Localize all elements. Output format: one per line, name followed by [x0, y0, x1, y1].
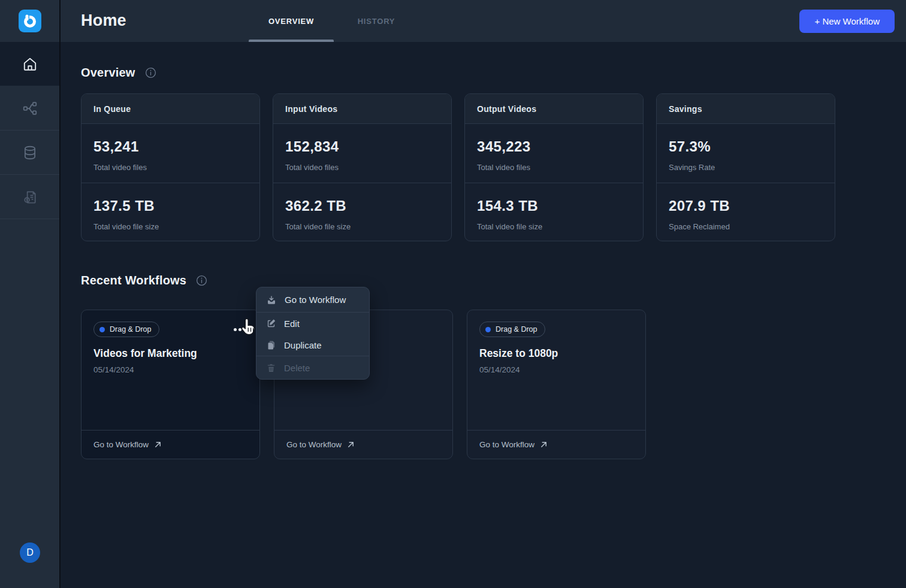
- menu-item-go-to-workflow[interactable]: Go to Workflow: [256, 287, 369, 312]
- menu-item-label: Edit: [284, 319, 300, 329]
- sidebar-item-home[interactable]: [0, 42, 59, 86]
- workflow-type-badge: Drag & Drop: [479, 322, 545, 337]
- stat-value: 152,834: [285, 138, 439, 155]
- workflow-type-badge: Drag & Drop: [93, 322, 159, 337]
- workflow-nodes-icon: [22, 101, 38, 116]
- sidebar-item-workflows[interactable]: [0, 86, 59, 131]
- recent-workflows-heading: Recent Workflows: [81, 274, 186, 287]
- badge-label: Drag & Drop: [110, 325, 151, 334]
- workflow-date: 05/14/2024: [479, 365, 633, 374]
- stat-card-title: In Queue: [81, 94, 259, 124]
- arrow-up-right-icon: [347, 441, 355, 448]
- overview-section-header: Overview: [81, 66, 906, 80]
- stat-label: Total video files: [477, 163, 631, 172]
- stat-label: Total video file size: [285, 222, 439, 231]
- go-to-workflow-link[interactable]: Go to Workflow: [467, 430, 645, 459]
- stat-value: 57.3%: [669, 138, 823, 155]
- go-to-workflow-link[interactable]: Go to Workflow: [274, 430, 452, 459]
- overview-heading: Overview: [81, 66, 135, 80]
- info-icon[interactable]: [196, 275, 207, 286]
- edit-pencil-icon: [266, 319, 276, 329]
- stat-label: Space Reclaimed: [669, 222, 823, 231]
- tray-arrow-icon: [266, 295, 277, 305]
- avatar[interactable]: D: [20, 542, 40, 563]
- badge-label: Drag & Drop: [496, 325, 537, 334]
- stat-label: Total video files: [93, 163, 247, 172]
- active-tab-underline: [249, 40, 334, 42]
- stat-label: Total video file size: [93, 222, 247, 231]
- badge-dot-icon: [485, 327, 491, 332]
- duplicate-icon: [266, 340, 276, 350]
- info-icon[interactable]: [145, 67, 156, 78]
- recent-section-header: Recent Workflows: [81, 274, 906, 287]
- menu-item-duplicate[interactable]: Duplicate: [256, 334, 369, 356]
- database-icon: [22, 145, 38, 160]
- stat-card-savings: Savings 57.3% Savings Rate 207.9 TB Spac…: [656, 93, 835, 241]
- go-to-workflow-label: Go to Workflow: [93, 440, 149, 449]
- tab-overview[interactable]: OVERVIEW: [249, 0, 334, 42]
- logo-container: [0, 0, 59, 42]
- logo-ring-icon: [23, 14, 37, 28]
- arrow-up-right-icon: [154, 441, 162, 448]
- menu-item-label: Delete: [284, 363, 310, 373]
- workflow-date: 05/14/2024: [93, 365, 247, 374]
- workflow-card-body: Drag & Drop Videos for Marketing 05/14/2…: [81, 310, 259, 430]
- more-options-button[interactable]: [234, 328, 246, 331]
- stats-grid: In Queue 53,241 Total video files 137.5 …: [81, 93, 906, 241]
- workflow-card-resize-to-1080p[interactable]: Drag & Drop Resize to 1080p 05/14/2024 G…: [467, 310, 646, 459]
- stat-section: 345,223 Total video files: [465, 124, 643, 183]
- stat-section: 362.2 TB Total video file size: [273, 183, 451, 241]
- workflow-title: Videos for Marketing: [93, 347, 247, 360]
- go-to-workflow-label: Go to Workflow: [286, 440, 342, 449]
- sidebar-nav: [0, 42, 59, 219]
- stat-value: 154.3 TB: [477, 198, 631, 214]
- workflow-card-body: Drag & Drop Resize to 1080p 05/14/2024: [467, 310, 645, 430]
- stat-section: 207.9 TB Space Reclaimed: [657, 183, 835, 241]
- workflow-title: Resize to 1080p: [479, 347, 633, 360]
- stat-label: Total video file size: [477, 222, 631, 231]
- stat-label: Total video files: [285, 163, 439, 172]
- stat-label: Savings Rate: [669, 163, 823, 172]
- workflow-grid: Drag & Drop Videos for Marketing 05/14/2…: [81, 310, 906, 459]
- stat-section: 152,834 Total video files: [273, 124, 451, 183]
- tab-history[interactable]: HISTORY: [334, 0, 419, 42]
- sidebar-item-billing[interactable]: [0, 175, 59, 219]
- stat-card-input-videos: Input Videos 152,834 Total video files 3…: [273, 93, 452, 241]
- header-tabs: OVERVIEW HISTORY: [249, 0, 419, 42]
- go-to-workflow-link[interactable]: Go to Workflow: [81, 430, 259, 459]
- sidebar-item-storage[interactable]: [0, 131, 59, 175]
- menu-item-label: Duplicate: [284, 340, 322, 350]
- tab-history-label: HISTORY: [358, 17, 395, 26]
- stat-card-output-videos: Output Videos 345,223 Total video files …: [464, 93, 644, 241]
- top-header: Home OVERVIEW HISTORY + New Workflow: [61, 0, 906, 42]
- menu-item-delete: Delete: [256, 356, 369, 379]
- stat-value: 345,223: [477, 138, 631, 155]
- home-icon: [22, 56, 38, 72]
- stat-card-in-queue: In Queue 53,241 Total video files 137.5 …: [81, 93, 260, 241]
- menu-item-edit[interactable]: Edit: [256, 313, 369, 334]
- new-workflow-button[interactable]: + New Workflow: [799, 10, 895, 33]
- stat-section: 154.3 TB Total video file size: [465, 183, 643, 241]
- stat-value: 137.5 TB: [93, 198, 247, 214]
- invoice-dollar-icon: [22, 189, 38, 205]
- stat-value: 207.9 TB: [669, 198, 823, 214]
- stat-card-title: Input Videos: [273, 94, 451, 124]
- page-title: Home: [81, 11, 126, 30]
- arrow-up-right-icon: [540, 441, 548, 448]
- stat-section: 53,241 Total video files: [81, 124, 259, 183]
- main-content: Overview In Queue 53,241 Total video fil…: [61, 42, 906, 588]
- badge-dot-icon: [99, 327, 105, 332]
- workflow-card-videos-for-marketing[interactable]: Drag & Drop Videos for Marketing 05/14/2…: [81, 310, 260, 459]
- tab-overview-label: OVERVIEW: [268, 17, 314, 26]
- workflow-context-menu: Go to Workflow Edit Duplicate Delete: [256, 287, 370, 380]
- stat-value: 53,241: [93, 138, 247, 155]
- stat-card-title: Output Videos: [465, 94, 643, 124]
- stat-value: 362.2 TB: [285, 198, 439, 214]
- stat-section: 137.5 TB Total video file size: [81, 183, 259, 241]
- stat-card-title: Savings: [657, 94, 835, 124]
- trash-icon: [266, 363, 276, 373]
- menu-item-label: Go to Workflow: [285, 295, 346, 305]
- go-to-workflow-label: Go to Workflow: [479, 440, 534, 449]
- app-logo[interactable]: [19, 10, 41, 32]
- sidebar: D: [0, 0, 61, 588]
